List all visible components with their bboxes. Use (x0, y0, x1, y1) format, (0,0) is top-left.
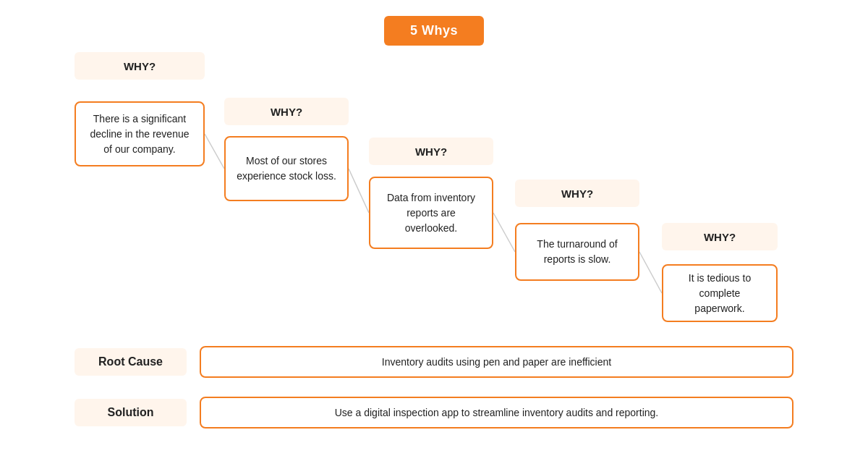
root-cause-value: Inventory audits using pen and paper are… (200, 346, 793, 378)
why-label-4: WHY? (515, 180, 639, 207)
root-cause-label: Root Cause (75, 348, 187, 376)
why-box-5: It is tedious to complete paperwork. (662, 264, 778, 322)
solution-row: Solution Use a digital inspection app to… (75, 397, 793, 428)
why-label-5: WHY? (662, 223, 778, 250)
svg-line-0 (205, 134, 224, 169)
why-label-3: WHY? (369, 138, 493, 165)
solution-label: Solution (75, 399, 187, 426)
why-box-4: The turnaround of reports is slow. (515, 223, 639, 281)
svg-line-2 (493, 213, 515, 252)
root-cause-row: Root Cause Inventory audits using pen an… (75, 346, 793, 378)
page-container: 5 Whys WHY? WHY? WHY? WHY? WHY? There is… (0, 0, 868, 456)
svg-line-1 (349, 169, 369, 213)
why-box-3: Data from inventory reports are overlook… (369, 177, 493, 249)
svg-line-3 (639, 252, 662, 293)
why-box-1: There is a significant decline in the re… (75, 101, 205, 166)
why-label-2: WHY? (224, 98, 349, 125)
solution-value: Use a digital inspection app to streamli… (200, 397, 793, 428)
why-box-2: Most of our stores experience stock loss… (224, 136, 349, 201)
why-label-1: WHY? (75, 52, 205, 80)
title-button: 5 Whys (384, 16, 484, 46)
